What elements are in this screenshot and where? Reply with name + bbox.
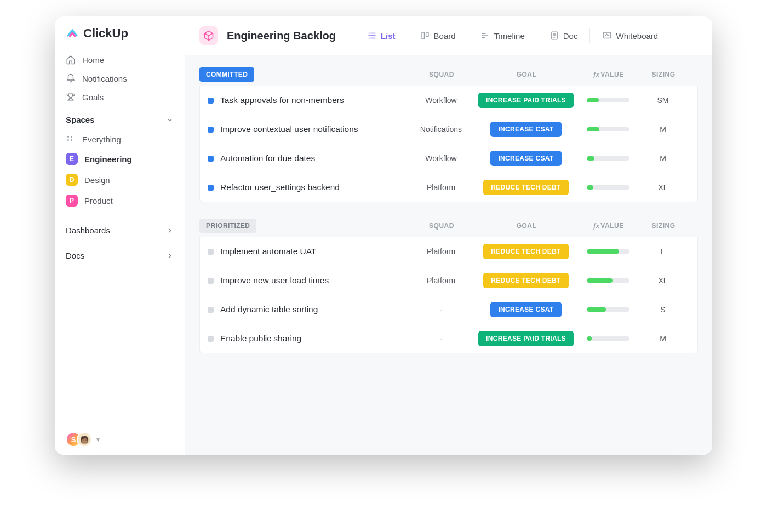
status-dot bbox=[208, 336, 214, 342]
home-icon bbox=[66, 55, 76, 65]
task-group: COMMITTED SQUAD GOAL fxVALUE SIZING Task… bbox=[199, 67, 698, 202]
sidebar-item-goals[interactable]: Goals bbox=[55, 88, 185, 106]
sidebar: ClickUp Home Notifications Goals Spaces … bbox=[55, 16, 185, 455]
task-sizing: XL bbox=[638, 183, 688, 192]
value-bar bbox=[587, 278, 629, 283]
brand-name: ClickUp bbox=[83, 26, 128, 41]
value-bar bbox=[587, 307, 629, 312]
chevron-right-icon bbox=[166, 252, 174, 260]
task-group: PRIORITIZED SQUAD GOAL fxVALUE SIZING Im… bbox=[199, 219, 698, 353]
view-tab-label: Timeline bbox=[494, 31, 525, 41]
task-row[interactable]: Improve new user load times Platform RED… bbox=[199, 266, 698, 295]
goal-badge: REDUCE TECH DEBT bbox=[483, 244, 568, 259]
sidebar-space-engineering[interactable]: E Engineering bbox=[55, 148, 185, 169]
task-row[interactable]: Refactor user_settings backend Platform … bbox=[199, 173, 698, 202]
divider bbox=[468, 28, 468, 43]
task-squad: - bbox=[408, 305, 474, 314]
col-value: fxVALUE bbox=[579, 71, 639, 79]
task-squad: Platform bbox=[408, 247, 474, 256]
status-dot bbox=[208, 278, 214, 284]
task-title: Automation for due dates bbox=[220, 153, 315, 163]
goal-badge: INCREASE CSAT bbox=[490, 151, 561, 166]
task-title: Refactor user_settings backend bbox=[220, 182, 340, 192]
value-bar bbox=[587, 156, 629, 161]
goal-badge: REDUCE TECH DEBT bbox=[483, 273, 568, 288]
divider bbox=[408, 28, 408, 43]
task-row[interactable]: Add dynamic table sorting - INCREASE CSA… bbox=[199, 295, 698, 324]
status-pill[interactable]: COMMITTED bbox=[199, 67, 254, 82]
task-sizing: XL bbox=[638, 276, 688, 285]
board-icon bbox=[420, 31, 430, 41]
chevron-right-icon bbox=[166, 227, 174, 234]
spaces-header[interactable]: Spaces bbox=[55, 106, 185, 130]
task-squad: Notifications bbox=[408, 125, 474, 134]
task-squad: Workflow bbox=[408, 154, 474, 163]
task-row[interactable]: Improve contextual user notifications No… bbox=[199, 115, 698, 144]
bell-icon bbox=[66, 73, 76, 83]
status-dot bbox=[208, 307, 214, 313]
task-title: Improve contextual user notifications bbox=[220, 124, 358, 134]
spaces-label: Spaces bbox=[66, 115, 95, 124]
task-sizing: M bbox=[638, 154, 688, 163]
grid-icon bbox=[66, 134, 76, 144]
nav-label: Goals bbox=[82, 93, 104, 102]
divider bbox=[348, 28, 348, 43]
task-title: Improve new user load times bbox=[220, 276, 329, 285]
sidebar-space-product[interactable]: P Product bbox=[55, 190, 185, 211]
value-bar bbox=[587, 185, 629, 190]
sidebar-item-notifications[interactable]: Notifications bbox=[55, 69, 185, 88]
goal-badge: INCREASE CSAT bbox=[490, 302, 561, 317]
task-row[interactable]: Implement automate UAT Platform REDUCE T… bbox=[199, 237, 698, 266]
col-value: fxVALUE bbox=[579, 222, 639, 230]
main-area: Engineering Backlog List Board Timeline … bbox=[185, 16, 712, 455]
col-goal: GOAL bbox=[474, 71, 579, 78]
view-tab-label: Whiteboard bbox=[616, 31, 658, 41]
value-bar bbox=[587, 336, 629, 341]
task-sizing: L bbox=[638, 247, 688, 256]
user-avatars[interactable]: S 🧑🏽 ▼ bbox=[55, 432, 185, 447]
space-badge: P bbox=[66, 195, 78, 207]
goal-badge: INCREASE PAID TRIALS bbox=[478, 93, 574, 108]
task-title: Implement automate UAT bbox=[220, 247, 316, 256]
task-row[interactable]: Automation for due dates Workflow INCREA… bbox=[199, 144, 698, 173]
status-dot bbox=[208, 249, 214, 255]
task-squad: Platform bbox=[408, 276, 474, 285]
space-label: Product bbox=[84, 196, 113, 205]
status-pill[interactable]: PRIORITIZED bbox=[199, 219, 256, 233]
task-sizing: SM bbox=[638, 96, 688, 105]
timeline-icon bbox=[480, 31, 490, 41]
sidebar-link-docs[interactable]: Docs bbox=[55, 243, 185, 268]
task-squad: Platform bbox=[408, 183, 474, 192]
svg-point-0 bbox=[67, 136, 69, 138]
svg-rect-7 bbox=[604, 32, 611, 38]
goal-badge: INCREASE PAID TRIALS bbox=[478, 331, 574, 346]
svg-point-1 bbox=[71, 136, 72, 138]
value-bar bbox=[587, 98, 629, 102]
status-dot bbox=[208, 98, 214, 104]
view-tabs: List Board Timeline Doc Whiteboard bbox=[360, 27, 665, 44]
col-squad: SQUAD bbox=[409, 71, 474, 78]
task-squad: Workflow bbox=[408, 96, 474, 105]
task-title: Enable public sharing bbox=[220, 334, 301, 344]
sidebar-item-everything[interactable]: Everything bbox=[55, 130, 185, 148]
sidebar-link-dashboards[interactable]: Dashboards bbox=[55, 218, 185, 243]
sidebar-item-home[interactable]: Home bbox=[55, 50, 185, 69]
task-row[interactable]: Task approvals for non-members Workflow … bbox=[199, 86, 698, 115]
view-tab-list[interactable]: List bbox=[360, 27, 402, 44]
status-dot bbox=[208, 185, 214, 191]
task-sizing: S bbox=[638, 305, 688, 314]
view-tab-doc[interactable]: Doc bbox=[543, 27, 585, 44]
view-tab-timeline[interactable]: Timeline bbox=[474, 27, 531, 44]
view-tab-whiteboard[interactable]: Whiteboard bbox=[596, 27, 665, 44]
svg-rect-5 bbox=[426, 32, 428, 37]
task-row[interactable]: Enable public sharing - INCREASE PAID TR… bbox=[199, 324, 698, 353]
space-label: Engineering bbox=[84, 155, 132, 164]
doc-icon bbox=[550, 31, 559, 41]
sidebar-space-design[interactable]: D Design bbox=[55, 169, 185, 190]
brand-logo[interactable]: ClickUp bbox=[55, 26, 185, 50]
value-bar bbox=[587, 127, 629, 131]
view-tab-board[interactable]: Board bbox=[414, 27, 462, 44]
task-squad: - bbox=[408, 334, 474, 343]
caret-down-icon: ▼ bbox=[95, 437, 101, 443]
trophy-icon bbox=[66, 92, 76, 102]
